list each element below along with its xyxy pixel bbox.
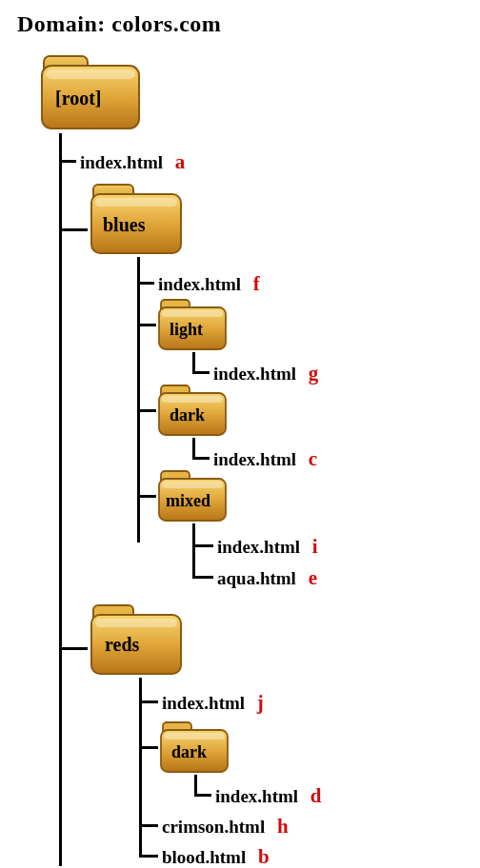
folder-label-mixed: mixed — [166, 491, 210, 511]
file-dark-reds-index: index.html d — [215, 784, 322, 808]
file-light-index: index.html g — [213, 362, 318, 385]
folder-label-root: [root] — [55, 88, 102, 109]
file-name: index.html — [162, 693, 245, 713]
file-letter: j — [257, 691, 264, 714]
file-name: index.html — [158, 274, 241, 294]
svg-rect-8 — [162, 310, 223, 317]
tree-diagram: Domain: colors.com [root] index — [0, 0, 480, 868]
svg-rect-20 — [164, 733, 225, 740]
file-letter: f — [253, 272, 260, 295]
file-letter: e — [309, 566, 317, 589]
file-letter: b — [258, 845, 270, 868]
file-reds-index: index.html j — [162, 691, 264, 715]
file-mixed-index: index.html i — [217, 535, 318, 559]
svg-rect-17 — [95, 619, 177, 627]
folder-label-dark-blues: dark — [170, 405, 205, 425]
svg-rect-5 — [95, 198, 177, 207]
svg-rect-2 — [46, 69, 135, 79]
folder-label-dark-reds: dark — [171, 742, 207, 762]
file-letter: g — [309, 362, 319, 385]
file-mixed-aqua: aqua.html e — [217, 566, 317, 590]
svg-rect-14 — [162, 482, 223, 488]
svg-rect-11 — [162, 396, 223, 403]
file-blood: blood.html b — [162, 845, 270, 868]
page-title: Domain: colors.com — [17, 11, 221, 37]
file-letter: h — [277, 815, 289, 838]
folder-label-reds: reds — [105, 634, 139, 656]
file-name: index.html — [80, 152, 163, 172]
file-name: crimson.html — [162, 817, 265, 837]
file-root-index: index.html a — [80, 150, 185, 174]
file-letter: d — [310, 784, 322, 807]
file-blues-index: index.html f — [158, 272, 260, 296]
file-dark-blues-index: index.html c — [213, 447, 317, 471]
file-crimson: crimson.html h — [162, 815, 289, 838]
file-name: blood.html — [162, 847, 246, 867]
folder-label-light: light — [170, 320, 203, 340]
file-name: index.html — [213, 449, 296, 469]
file-name: index.html — [215, 786, 298, 806]
folder-label-blues: blues — [103, 214, 145, 236]
file-letter: a — [175, 150, 186, 173]
file-letter: i — [312, 535, 318, 558]
file-name: aqua.html — [217, 568, 296, 588]
file-name: index.html — [213, 364, 296, 384]
file-letter: c — [309, 447, 317, 470]
file-name: index.html — [217, 537, 300, 557]
